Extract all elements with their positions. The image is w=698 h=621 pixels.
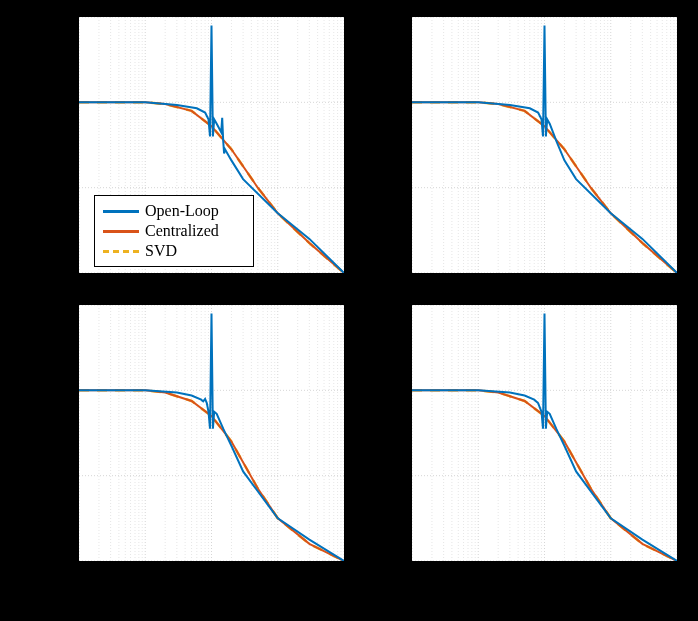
xtick: 10⁰: [525, 566, 565, 583]
xtick: 10⁰: [192, 566, 232, 583]
ytick: -200: [371, 468, 407, 484]
xtick: 10⁻²: [393, 566, 433, 583]
xtick: 10⁻²: [60, 566, 100, 583]
ytick: -100: [371, 180, 407, 196]
ytick: -200: [38, 468, 74, 484]
legend-entry-cent: Centralized: [103, 221, 245, 241]
ytick: 200: [38, 297, 74, 313]
ytick: 0: [38, 94, 74, 110]
legend-label: Centralized: [145, 222, 219, 240]
legend-swatch-open: [103, 210, 139, 213]
ytick: 0: [38, 382, 74, 398]
legend-label: SVD: [145, 242, 177, 260]
xtick: 10²: [325, 566, 365, 582]
ytick: -200: [371, 265, 407, 281]
xtick: 10²: [658, 566, 698, 582]
ylabel-phase: Phase [deg]: [20, 400, 38, 475]
xlabel-right: Frequency [rad/s]: [478, 590, 591, 608]
panel-u2-gain: [411, 16, 678, 274]
bode-figure: Gain [dB] Phase [deg] Frequency [rad/s] …: [0, 0, 698, 621]
legend-swatch-svd: [103, 250, 139, 253]
ytick: 0: [371, 382, 407, 398]
ytick: 200: [371, 297, 407, 313]
ytick: 100: [38, 8, 74, 24]
ytick: -100: [38, 180, 74, 196]
legend-entry-open: Open-Loop: [103, 201, 245, 221]
ytick: 100: [371, 8, 407, 24]
xlabel-left: Frequency [rad/s]: [145, 590, 258, 608]
legend-label: Open-Loop: [145, 202, 219, 220]
legend-entry-svd: SVD: [103, 241, 245, 261]
ytick: -200: [38, 265, 74, 281]
panel-u1-phase: [78, 304, 345, 562]
ylabel-gain: Gain [dB]: [20, 116, 38, 180]
ytick: 0: [371, 94, 407, 110]
panel-u2-phase: [411, 304, 678, 562]
legend-swatch-cent: [103, 230, 139, 233]
legend: Open-Loop Centralized SVD: [94, 195, 254, 267]
